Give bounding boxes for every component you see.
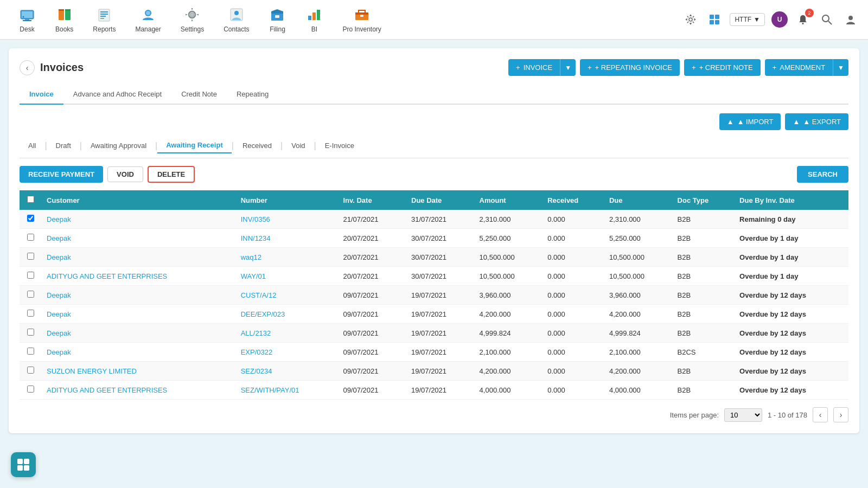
- row-checkbox-cell[interactable]: [20, 267, 41, 286]
- customer-link[interactable]: Deepak: [47, 348, 71, 356]
- row-checkbox-cell[interactable]: [20, 343, 41, 362]
- cell-doc-type: B2CS: [672, 343, 735, 362]
- user-profile-icon[interactable]: [842, 11, 859, 28]
- col-inv-date: Inv. Date: [337, 190, 406, 210]
- row-checkbox[interactable]: [27, 253, 34, 260]
- row-checkbox-cell[interactable]: [20, 362, 41, 381]
- cell-due: 10,500.000: [604, 248, 672, 267]
- import-label: ▲ IMPORT: [737, 118, 774, 126]
- row-checkbox-cell[interactable]: [20, 248, 41, 267]
- next-page-button[interactable]: ›: [833, 407, 848, 422]
- cell-inv-date: 20/07/2021: [337, 248, 406, 267]
- import-button[interactable]: ▲ ▲ IMPORT: [719, 113, 781, 130]
- row-checkbox[interactable]: [27, 272, 34, 279]
- row-checkbox-cell[interactable]: [20, 229, 41, 248]
- tab-advance[interactable]: Advance and Adhoc Receipt: [63, 85, 171, 105]
- svg-rect-23: [308, 16, 311, 20]
- invoice-btn-group: + INVOICE ▼: [508, 59, 576, 76]
- number-link[interactable]: SEZ/WITH/PAY/01: [241, 386, 299, 394]
- row-checkbox[interactable]: [27, 329, 34, 336]
- select-all-checkbox[interactable]: [27, 196, 34, 203]
- back-button[interactable]: ‹: [20, 60, 35, 75]
- invoice-dropdown-btn[interactable]: ▼: [560, 59, 576, 76]
- nav-item-desk[interactable]: Desk: [9, 2, 46, 37]
- nav-item-settings[interactable]: Settings: [171, 2, 214, 37]
- void-button[interactable]: VOID: [107, 166, 143, 182]
- number-link[interactable]: EXP/0322: [241, 348, 273, 356]
- customer-link[interactable]: Deepak: [47, 253, 71, 261]
- number-link[interactable]: ALL/2132: [241, 329, 271, 337]
- customer-link[interactable]: Deepak: [47, 310, 71, 318]
- filter-awaiting-approval[interactable]: Awaiting Approval: [82, 138, 155, 153]
- nav-item-books[interactable]: Books: [46, 2, 83, 37]
- customer-link[interactable]: Deepak: [47, 329, 71, 337]
- row-checkbox[interactable]: [27, 310, 34, 317]
- nav-item-reports[interactable]: Reports: [83, 2, 125, 37]
- row-checkbox[interactable]: [27, 234, 34, 241]
- row-checkbox[interactable]: [27, 367, 34, 374]
- filter-einvoice[interactable]: E-Invoice: [316, 138, 363, 153]
- export-button[interactable]: ▲ ▲ EXPORT: [785, 113, 848, 130]
- repeating-invoice-button[interactable]: + + REPEATING INVOICE: [580, 59, 680, 76]
- filter-received[interactable]: Received: [234, 138, 280, 153]
- number-link[interactable]: INV/0356: [241, 215, 270, 223]
- gear-icon[interactable]: [682, 11, 699, 28]
- amendment-dropdown-btn[interactable]: ▼: [833, 59, 848, 76]
- number-link[interactable]: SEZ/0234: [241, 367, 272, 375]
- search-icon[interactable]: [818, 11, 835, 28]
- cell-number: INV/0356: [235, 210, 338, 229]
- prev-page-button[interactable]: ‹: [813, 407, 828, 422]
- filter-void[interactable]: Void: [283, 138, 314, 153]
- per-page-select[interactable]: 10 25 50 100: [724, 408, 762, 422]
- search-button[interactable]: SEARCH: [797, 166, 848, 183]
- delete-button[interactable]: DELETE: [148, 166, 195, 183]
- number-link[interactable]: INN/1234: [241, 234, 271, 242]
- nav-items-list: Desk Books Reports Manager Settings: [9, 2, 391, 37]
- http-selector[interactable]: HTTF ▼: [730, 13, 765, 26]
- row-checkbox-cell[interactable]: [20, 324, 41, 343]
- customer-link[interactable]: SUZLON ENERGY LIMITED: [47, 367, 137, 375]
- number-link[interactable]: DEE/EXP/023: [241, 310, 285, 318]
- filter-awaiting-receipt[interactable]: Awaiting Receipt: [157, 138, 232, 153]
- row-checkbox[interactable]: [27, 291, 34, 298]
- svg-point-34: [802, 23, 804, 24]
- nav-item-filing[interactable]: Filing: [259, 2, 296, 37]
- tab-credit-note[interactable]: Credit Note: [171, 85, 227, 105]
- row-checkbox[interactable]: [27, 386, 34, 393]
- customer-link[interactable]: ADITYUG AND GEET ENTERPRISES: [47, 272, 167, 280]
- receive-payment-button[interactable]: RECEIVE PAYMENT: [20, 166, 103, 183]
- tab-invoice[interactable]: Invoice: [20, 85, 63, 105]
- invoice-button[interactable]: + INVOICE: [508, 59, 560, 76]
- number-link[interactable]: CUST/A/12: [241, 291, 277, 299]
- tab-repeating[interactable]: Repeating: [227, 85, 278, 105]
- nav-item-contacts[interactable]: Contacts: [214, 2, 259, 37]
- cell-due-date: 19/07/2021: [406, 305, 474, 324]
- row-checkbox-cell[interactable]: [20, 305, 41, 324]
- nav-item-bi[interactable]: BI: [296, 2, 333, 37]
- row-checkbox[interactable]: [27, 215, 34, 222]
- notification-bell[interactable]: 2: [794, 11, 812, 28]
- select-all-header[interactable]: [20, 190, 41, 210]
- customer-link[interactable]: Deepak: [47, 215, 71, 223]
- nav-item-pro-inventory[interactable]: Pro Inventory: [333, 2, 391, 37]
- customer-link[interactable]: ADITYUG AND GEET ENTERPRISES: [47, 386, 167, 394]
- customer-link[interactable]: Deepak: [47, 234, 71, 242]
- user-avatar[interactable]: U: [771, 11, 788, 28]
- nav-item-manager[interactable]: Manager: [125, 2, 170, 37]
- number-link[interactable]: waq12: [241, 253, 261, 261]
- customer-link[interactable]: Deepak: [47, 291, 71, 299]
- pagination: Items per page: 10 25 50 100 1 - 10 of 1…: [20, 407, 848, 422]
- cell-due: 4,200.000: [604, 305, 672, 324]
- number-link[interactable]: WAY/01: [241, 272, 266, 280]
- row-checkbox-cell[interactable]: [20, 286, 41, 305]
- books-icon: [56, 6, 73, 23]
- cell-due-by-inv: Overdue by 12 days: [734, 305, 848, 324]
- amendment-button[interactable]: + AMENDMENT: [765, 59, 833, 76]
- filter-all[interactable]: All: [20, 138, 44, 153]
- filter-draft[interactable]: Draft: [47, 138, 80, 153]
- credit-note-button[interactable]: + + CREDIT NOTE: [684, 59, 761, 76]
- row-checkbox-cell[interactable]: [20, 381, 41, 400]
- row-checkbox[interactable]: [27, 348, 34, 355]
- row-checkbox-cell[interactable]: [20, 210, 41, 229]
- grid-icon[interactable]: [706, 11, 723, 28]
